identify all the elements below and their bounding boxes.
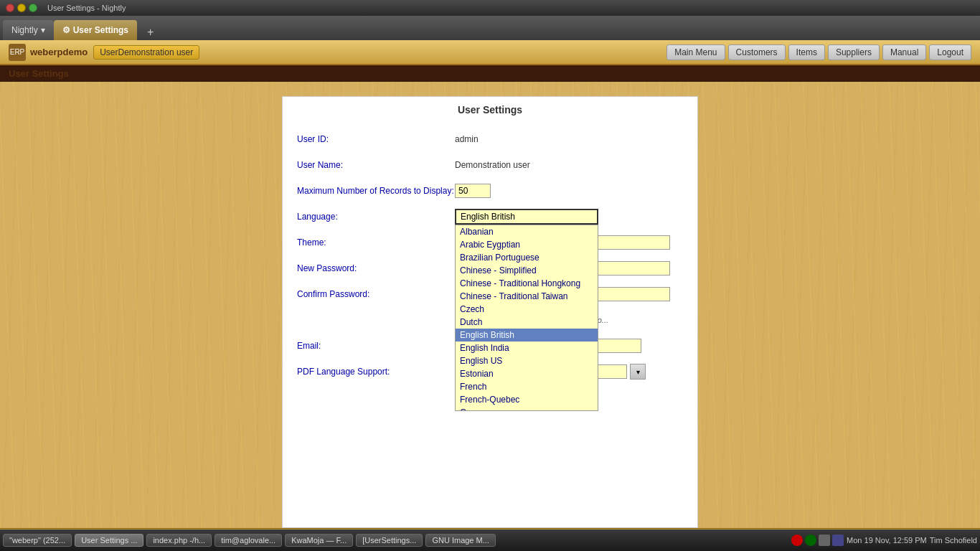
taskbar-item[interactable]: User Settings ... [75, 534, 143, 547]
language-option[interactable]: English British [456, 329, 598, 342]
user-name-label: User Name: [297, 160, 455, 170]
user-badge[interactable]: UserDemonstration user [93, 45, 199, 60]
logo-area: ERP weberpdemo [9, 44, 88, 61]
confirm-password-label: Confirm Password: [297, 289, 455, 299]
manual-button[interactable]: Manual [882, 44, 926, 60]
language-option[interactable]: German [456, 406, 598, 411]
battery-icon [819, 534, 830, 546]
theme-label: Theme: [297, 237, 455, 248]
language-selected[interactable]: English British [455, 209, 598, 225]
items-button[interactable]: Items [788, 44, 825, 60]
settings-panel: User Settings User ID: admin User Name: … [282, 96, 698, 528]
max-records-input[interactable] [455, 184, 491, 198]
max-records-row: Maximum Number of Records to Display: [297, 182, 683, 200]
main-menu-button[interactable]: Main Menu [666, 44, 725, 60]
language-option[interactable]: Chinese - Simplified [456, 264, 598, 277]
settings-form: User ID: admin User Name: Demonstration … [283, 123, 697, 402]
user-settings-tab[interactable]: ⚙ User Settings [54, 20, 137, 40]
max-records-label: Maximum Number of Records to Display: [297, 186, 455, 196]
tray-icon-1 [791, 534, 803, 546]
taskbar-item[interactable]: GNU Image M... [425, 534, 495, 547]
customers-button[interactable]: Customers [728, 44, 786, 60]
language-selected-text: English British [461, 212, 515, 222]
suppliers-button[interactable]: Suppliers [828, 44, 880, 60]
language-row: Language: English British AlbanianArabic… [297, 207, 683, 226]
language-dropdown[interactable]: AlbanianArabic EygptianBrazilian Portugu… [455, 225, 598, 411]
pdf-language-label: PDF Language Support: [297, 367, 455, 377]
taskbar-items: "weberp" (252...User Settings ...index.p… [3, 534, 496, 547]
user-id-label: User ID: [297, 134, 455, 144]
user-name-row: User Name: Demonstration user [297, 156, 683, 174]
sys-tray [791, 534, 844, 546]
logout-button[interactable]: Logout [929, 44, 971, 60]
taskbar-item[interactable]: [UserSettings... [356, 534, 423, 547]
taskbar-item[interactable]: index.php -/h... [146, 534, 212, 547]
wood-background: User Settings User ID: admin User Name: … [0, 82, 980, 528]
app-logo-icon: ERP [9, 44, 26, 61]
site-name: weberpdemo [30, 47, 88, 57]
language-option[interactable]: Czech [456, 303, 598, 316]
window-title: User Settings - Nightly [47, 4, 126, 12]
page-title: User Settings [0, 65, 980, 82]
language-option[interactable]: Albanian [456, 225, 598, 238]
maximize-button[interactable] [29, 4, 37, 12]
language-option[interactable]: Arabic Eygptian [456, 238, 598, 251]
language-option[interactable]: English US [456, 354, 598, 367]
content-wrapper: User Settings User ID: admin User Name: … [0, 82, 980, 528]
pdf-dropdown-button[interactable]: ▾ [630, 364, 646, 380]
language-option[interactable]: Brazilian Portuguese [456, 251, 598, 264]
language-option[interactable]: Chinese - Traditional Hongkong [456, 277, 598, 290]
language-option[interactable]: English India [456, 342, 598, 354]
nightly-tab[interactable]: Nightly ▾ [3, 20, 54, 40]
close-button[interactable] [6, 4, 14, 12]
taskbar-datetime: Mon 19 Nov, 12:59 PM [847, 536, 927, 545]
language-option[interactable]: French [456, 380, 598, 393]
titlebar: User Settings - Nightly [0, 0, 980, 16]
taskbar-item[interactable]: tim@aglovale... [215, 534, 282, 547]
language-container: English British AlbanianArabic EygptianB… [455, 209, 598, 225]
nav-buttons: Main Menu Customers Items Suppliers Manu… [666, 44, 971, 60]
tabbar: Nightly ▾ ⚙ User Settings + [0, 16, 980, 40]
nightly-tab-label: Nightly [11, 25, 38, 35]
nightly-dropdown-icon: ▾ [41, 25, 45, 35]
user-name-value: Demonstration user [455, 160, 530, 170]
language-label: Language: [297, 212, 455, 222]
taskbar-item[interactable]: KwaMoja — F... [285, 534, 353, 547]
user-id-row: User ID: admin [297, 130, 683, 149]
language-option[interactable]: Estonian [456, 367, 598, 380]
settings-panel-title: User Settings [283, 97, 697, 123]
add-tab-button[interactable]: + [143, 24, 158, 40]
top-navigation: ERP weberpdemo UserDemonstration user Ma… [0, 40, 980, 65]
taskbar-right: Mon 19 Nov, 12:59 PM Tim Schofield [791, 534, 977, 546]
language-option[interactable]: Dutch [456, 316, 598, 329]
taskbar: "weberp" (252...User Settings ...index.p… [0, 529, 980, 551]
language-option[interactable]: French-Quebec [456, 393, 598, 406]
taskbar-user: Tim Schofield [930, 536, 977, 545]
taskbar-item[interactable]: "weberp" (252... [3, 534, 72, 547]
network-icon [832, 534, 844, 546]
new-password-label: New Password: [297, 263, 455, 273]
language-option[interactable]: Chinese - Traditional Taiwan [456, 290, 598, 303]
minimize-button[interactable] [17, 4, 26, 12]
tab-icon: ⚙ [62, 25, 70, 35]
email-label: Email: [297, 341, 455, 351]
tray-icon-2 [805, 534, 816, 546]
window-controls[interactable] [6, 4, 37, 12]
user-id-value: admin [455, 134, 479, 144]
user-settings-tab-label: User Settings [73, 25, 128, 35]
